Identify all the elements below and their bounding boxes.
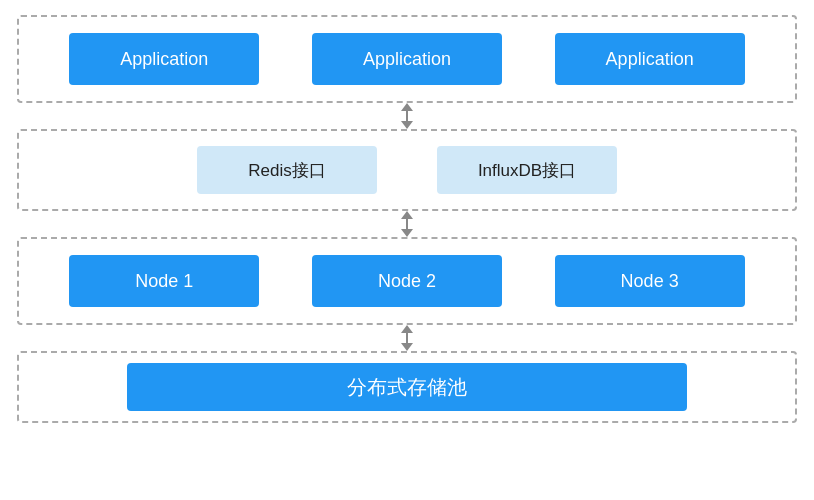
apps-layer: Application Application Application (17, 15, 797, 103)
arrow-head-down-2 (401, 229, 413, 237)
arrow-head-down-1 (401, 121, 413, 129)
node1-label: Node 1 (135, 271, 193, 292)
node-box-1: Node 1 (69, 255, 259, 307)
storage-box: 分布式存储池 (127, 363, 687, 411)
architecture-diagram: Application Application Application Redi… (17, 15, 797, 485)
app1-label: Application (120, 49, 208, 70)
arrow-2 (17, 211, 797, 237)
arrow-1 (17, 103, 797, 129)
storage-row: 分布式存储池 (19, 353, 795, 421)
storage-label: 分布式存储池 (347, 374, 467, 401)
nodes-row: Node 1 Node 2 Node 3 (19, 239, 795, 323)
double-arrow-2 (401, 211, 413, 237)
node-box-2: Node 2 (312, 255, 502, 307)
apps-row: Application Application Application (19, 17, 795, 101)
node2-label: Node 2 (378, 271, 436, 292)
nodes-layer: Node 1 Node 2 Node 3 (17, 237, 797, 325)
influx-box: InfluxDB接口 (437, 146, 617, 194)
app-box-2: Application (312, 33, 502, 85)
arrow-head-up-1 (401, 103, 413, 111)
double-arrow-1 (401, 103, 413, 129)
influx-label: InfluxDB接口 (478, 159, 576, 182)
arrow-3 (17, 325, 797, 351)
arrow-head-up-3 (401, 325, 413, 333)
arrow-head-down-3 (401, 343, 413, 351)
arrow-shaft-3 (406, 333, 408, 343)
redis-box: Redis接口 (197, 146, 377, 194)
app-box-3: Application (555, 33, 745, 85)
arrow-shaft-1 (406, 111, 408, 121)
app2-label: Application (363, 49, 451, 70)
interface-row: Redis接口 InfluxDB接口 (19, 131, 795, 209)
double-arrow-3 (401, 325, 413, 351)
node3-label: Node 3 (621, 271, 679, 292)
redis-label: Redis接口 (248, 159, 325, 182)
app3-label: Application (606, 49, 694, 70)
arrow-head-up-2 (401, 211, 413, 219)
node-box-3: Node 3 (555, 255, 745, 307)
interface-layer: Redis接口 InfluxDB接口 (17, 129, 797, 211)
arrow-shaft-2 (406, 219, 408, 229)
app-box-1: Application (69, 33, 259, 85)
storage-layer: 分布式存储池 (17, 351, 797, 423)
